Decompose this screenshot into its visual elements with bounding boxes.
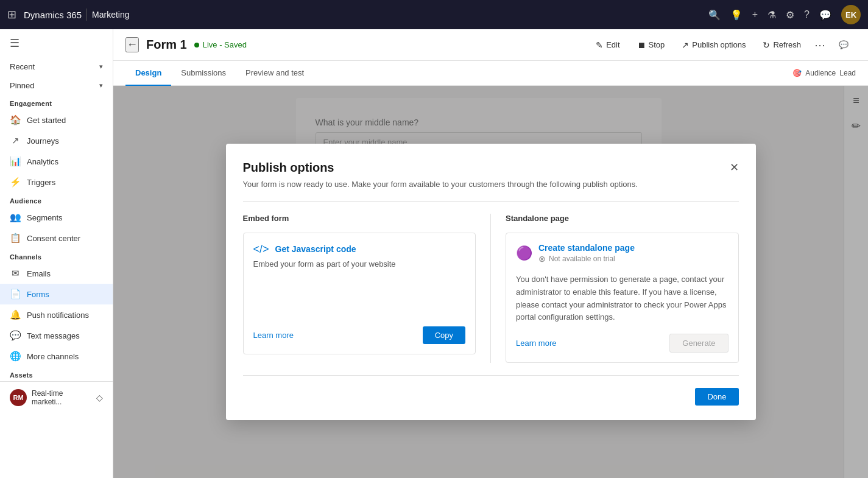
modal-footer: Done — [243, 375, 739, 406]
push-icon: 🔔 — [10, 309, 21, 320]
engagement-section-title: Engagement — [0, 95, 113, 110]
audience-label: Audience — [805, 69, 836, 77]
chat-icon[interactable]: 💬 — [819, 9, 831, 21]
channels-section-title: Channels — [0, 248, 113, 263]
more-actions-button[interactable]: ⋯ — [811, 35, 829, 55]
get-started-icon: 🏠 — [10, 114, 21, 125]
edit-label: Edit — [606, 40, 619, 49]
live-status: Live - Saved — [203, 40, 247, 49]
publish-icon: ↗ — [682, 40, 689, 50]
standalone-learn-more-link[interactable]: Learn more — [516, 339, 556, 348]
sidebar-item-get-started[interactable]: 🏠 Get started — [0, 110, 113, 130]
sidebar-item-analytics[interactable]: 📊 Analytics — [0, 151, 113, 172]
stop-button[interactable]: ⏹ Stop — [630, 37, 672, 54]
sidebar-item-triggers[interactable]: ⚡ Triggers — [0, 172, 113, 192]
embed-option-desc: Embed your form as part of your website — [253, 259, 466, 317]
embed-option-card: </> Get Javascript code Embed your form … — [243, 233, 476, 354]
sidebar-item-emails-label: Emails — [27, 269, 51, 278]
sidebar-recent-collapse[interactable]: Recent ▾ — [0, 57, 113, 76]
back-button[interactable]: ← — [125, 37, 139, 52]
brand-divider — [86, 9, 87, 21]
publish-options-button[interactable]: ↗ Publish options — [674, 37, 753, 54]
settings-icon[interactable]: ⚙ — [786, 9, 794, 21]
audience-badge: 🎯 Audience Lead — [792, 69, 856, 77]
embed-form-column: Embed form </> Get Javascript code Embed… — [243, 214, 492, 363]
search-icon[interactable]: 🔍 — [708, 9, 721, 21]
standalone-section-title: Standalone page — [506, 214, 739, 223]
modal-title: Publish options — [243, 161, 334, 175]
tab-preview-and-test[interactable]: Preview and test — [236, 61, 314, 86]
modal-subtitle: Your form is now ready to use. Make your… — [243, 180, 739, 189]
sidebar-footer-icon: ◇ — [96, 393, 103, 402]
sidebar-recent-label: Recent — [10, 62, 35, 71]
copy-button[interactable]: Copy — [423, 326, 465, 344]
embed-option-footer: Learn more Copy — [253, 326, 466, 344]
embed-option-header: </> Get Javascript code — [253, 243, 466, 256]
lightbulb-icon[interactable]: 💡 — [730, 9, 743, 21]
sidebar-item-segments[interactable]: 👥 Segments — [0, 207, 113, 228]
sidebar-pinned-label: Pinned — [10, 81, 34, 90]
analytics-icon: 📊 — [10, 156, 21, 167]
assets-section-title: Assets — [0, 367, 113, 381]
avatar[interactable]: EK — [841, 5, 861, 24]
standalone-option-title: Create standalone page — [538, 243, 635, 253]
sidebar-item-forms-label: Forms — [27, 290, 49, 299]
done-button[interactable]: Done — [695, 388, 738, 406]
refresh-icon: ↻ — [763, 40, 770, 50]
sidebar-item-more-channels[interactable]: 🌐 More channels — [0, 346, 113, 367]
sidebar-item-consent-label: Consent center — [27, 234, 80, 243]
edit-icon: ✎ — [596, 40, 603, 50]
edit-button[interactable]: ✎ Edit — [588, 37, 627, 54]
modal-close-button[interactable]: ✕ — [730, 161, 739, 174]
app-name: Marketing — [92, 10, 129, 19]
live-dot — [194, 43, 199, 47]
chat-action-button[interactable]: 💬 — [831, 37, 856, 53]
topbar-right: 🔍 💡 + ⚗ ⚙ ? 💬 EK — [708, 5, 861, 24]
sidebar-item-journeys[interactable]: ↗ Journeys — [0, 130, 113, 151]
filter-icon[interactable]: ⚗ — [767, 9, 776, 21]
sidebar-item-get-started-label: Get started — [27, 116, 66, 125]
sidebar-item-push-notifications[interactable]: 🔔 Push notifications — [0, 304, 113, 325]
sidebar-footer-text: Real-time marketi... — [32, 389, 91, 406]
standalone-option-header: 🟣 Create standalone page ⊗ Not available… — [516, 243, 729, 264]
sidebar-item-forms[interactable]: 📄 Forms — [0, 284, 113, 304]
modal-body: Embed form </> Get Javascript code Embed… — [243, 201, 739, 363]
recent-arrow: ▾ — [99, 63, 103, 71]
help-icon[interactable]: ? — [804, 9, 810, 20]
forms-icon: 📄 — [10, 289, 21, 300]
apps-icon[interactable]: ⊞ — [7, 8, 16, 21]
sidebar-item-analytics-label: Analytics — [27, 157, 58, 166]
sidebar: ☰ Recent ▾ Pinned ▾ Engagement 🏠 Get sta… — [0, 29, 113, 478]
text-messages-icon: 💬 — [10, 330, 21, 341]
sidebar-item-consent-center[interactable]: 📋 Consent center — [0, 228, 113, 248]
segments-icon: 👥 — [10, 212, 21, 223]
tab-submissions[interactable]: Submissions — [171, 61, 236, 86]
not-available-text: Not available on trial — [549, 255, 615, 263]
more-channels-icon: 🌐 — [10, 351, 21, 362]
not-available-badge: ⊗ Not available on trial — [538, 254, 635, 264]
refresh-button[interactable]: ↻ Refresh — [755, 37, 808, 54]
sidebar-item-text-messages[interactable]: 💬 Text messages — [0, 325, 113, 346]
tab-design[interactable]: Design — [125, 61, 171, 86]
sidebar-pinned-collapse[interactable]: Pinned ▾ — [0, 76, 113, 95]
stop-icon: ⏹ — [637, 40, 646, 50]
standalone-title-group: Create standalone page ⊗ Not available o… — [538, 243, 635, 264]
header-actions: ✎ Edit ⏹ Stop ↗ Publish options ↻ Refres… — [588, 35, 856, 55]
sidebar-item-segments-label: Segments — [27, 213, 63, 222]
modal-title-area: Publish options — [243, 161, 334, 175]
page-header: ← Form 1 Live - Saved ✎ Edit ⏹ Stop ↗ Pu… — [113, 29, 868, 61]
modal-header: Publish options ✕ — [243, 161, 739, 175]
consent-icon: 📋 — [10, 233, 21, 244]
sidebar-item-triggers-label: Triggers — [27, 178, 55, 187]
tabs-bar: Design Submissions Preview and test 🎯 Au… — [113, 61, 868, 86]
sidebar-toggle[interactable]: ☰ — [0, 29, 113, 57]
embed-learn-more-link[interactable]: Learn more — [253, 331, 294, 340]
main-layout: ☰ Recent ▾ Pinned ▾ Engagement 🏠 Get sta… — [0, 29, 868, 478]
publish-label: Publish options — [692, 40, 746, 49]
code-icon: </> — [253, 243, 269, 256]
audience-icon: 🎯 — [792, 69, 802, 77]
add-icon[interactable]: + — [752, 9, 758, 20]
standalone-desc: You don't have permission to generate a … — [516, 273, 729, 324]
standalone-page-column: Standalone page 🟣 Create standalone page… — [491, 214, 739, 363]
sidebar-item-emails[interactable]: ✉ Emails — [0, 263, 113, 284]
